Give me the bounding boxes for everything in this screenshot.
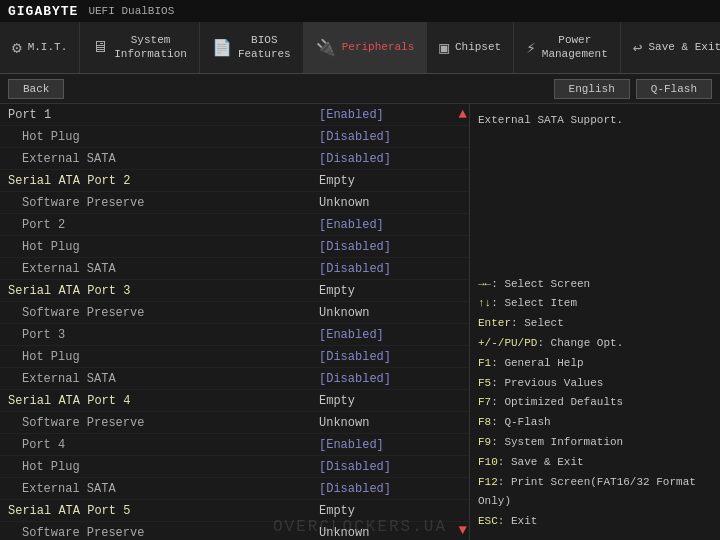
key-help-line: F10: Save & Exit — [478, 453, 712, 473]
save-label: Save & Exit — [648, 41, 720, 54]
nav-item-peripherals[interactable]: 🔌Peripherals — [304, 22, 428, 73]
row-value: Empty — [319, 284, 469, 298]
table-row[interactable]: Port 1[Enabled] — [0, 104, 469, 126]
key-help: →←: Select Screen↑↓: Select ItemEnter: S… — [478, 275, 712, 532]
table-row[interactable]: External SATA[Disabled] — [0, 478, 469, 500]
peripherals-label: Peripherals — [342, 41, 415, 54]
row-label: Software Preserve — [0, 526, 319, 540]
scroll-down-arrow[interactable]: ▼ — [459, 522, 467, 538]
peripherals-icon: 🔌 — [316, 38, 336, 58]
row-value: Unknown — [319, 526, 469, 540]
table-row[interactable]: Hot Plug[Disabled] — [0, 456, 469, 478]
row-value: [Disabled] — [319, 152, 469, 166]
row-value: [Enabled] — [319, 218, 469, 232]
table-row[interactable]: Port 4[Enabled] — [0, 434, 469, 456]
nav-item-save[interactable]: ↩Save & Exit — [621, 22, 720, 73]
row-value: [Disabled] — [319, 350, 469, 364]
navbar: ⚙M.I.T.🖥System Information📄BIOS Features… — [0, 22, 720, 74]
nav-item-power[interactable]: ⚡Power Management — [514, 22, 621, 73]
key-help-line: →←: Select Screen — [478, 275, 712, 295]
row-value: Empty — [319, 174, 469, 188]
row-value: Empty — [319, 394, 469, 408]
key-help-line: +/-/PU/PD: Change Opt. — [478, 334, 712, 354]
row-value: [Disabled] — [319, 460, 469, 474]
row-label: Software Preserve — [0, 416, 319, 430]
key-help-line: Enter: Select — [478, 314, 712, 334]
system-label: System Information — [114, 34, 187, 60]
settings-table: Port 1[Enabled]Hot Plug[Disabled]Externa… — [0, 104, 469, 540]
key-help-line: F7: Optimized Defaults — [478, 393, 712, 413]
main-content: Port 1[Enabled]Hot Plug[Disabled]Externa… — [0, 104, 720, 540]
table-row[interactable]: External SATA[Disabled] — [0, 148, 469, 170]
row-label: Hot Plug — [0, 350, 319, 364]
bios-icon: 📄 — [212, 38, 232, 58]
scroll-up-arrow[interactable]: ▲ — [459, 106, 467, 122]
mit-icon: ⚙ — [12, 38, 22, 58]
nav-item-bios[interactable]: 📄BIOS Features — [200, 22, 304, 73]
row-label: Software Preserve — [0, 196, 319, 210]
row-label: Serial ATA Port 3 — [0, 284, 319, 298]
row-value: [Disabled] — [319, 240, 469, 254]
row-value: [Disabled] — [319, 482, 469, 496]
bios-label: BIOS Features — [238, 34, 291, 60]
system-icon: 🖥 — [92, 38, 108, 57]
row-label: Port 4 — [0, 438, 319, 452]
table-row[interactable]: Software PreserveUnknown — [0, 412, 469, 434]
table-row[interactable]: Port 2[Enabled] — [0, 214, 469, 236]
table-row[interactable]: Software PreserveUnknown — [0, 192, 469, 214]
power-label: Power Management — [542, 34, 608, 60]
key-help-line: ESC: Exit — [478, 512, 712, 532]
table-row[interactable]: Serial ATA Port 3Empty — [0, 280, 469, 302]
row-label: Software Preserve — [0, 306, 319, 320]
english-button[interactable]: English — [554, 79, 630, 99]
row-value: Unknown — [319, 196, 469, 210]
brand-label: GIGABYTE — [8, 4, 78, 19]
qflash-button[interactable]: Q-Flash — [636, 79, 712, 99]
table-row[interactable]: Serial ATA Port 2Empty — [0, 170, 469, 192]
table-row[interactable]: Serial ATA Port 4Empty — [0, 390, 469, 412]
row-label: External SATA — [0, 372, 319, 386]
row-label: External SATA — [0, 482, 319, 496]
table-row[interactable]: Hot Plug[Disabled] — [0, 236, 469, 258]
nav-item-mit[interactable]: ⚙M.I.T. — [0, 22, 80, 73]
row-label: Port 2 — [0, 218, 319, 232]
row-label: Port 3 — [0, 328, 319, 342]
row-value: [Disabled] — [319, 262, 469, 276]
row-value: [Enabled] — [319, 108, 469, 122]
table-row[interactable]: Hot Plug[Disabled] — [0, 126, 469, 148]
nav-item-system[interactable]: 🖥System Information — [80, 22, 200, 73]
help-panel: External SATA Support. →←: Select Screen… — [470, 104, 720, 540]
table-row[interactable]: Software PreserveUnknown — [0, 302, 469, 324]
row-label: Hot Plug — [0, 240, 319, 254]
table-row[interactable]: Hot Plug[Disabled] — [0, 346, 469, 368]
table-row[interactable]: Serial ATA Port 5Empty — [0, 500, 469, 522]
row-label: Serial ATA Port 4 — [0, 394, 319, 408]
mit-label: M.I.T. — [28, 41, 68, 54]
settings-panel: Port 1[Enabled]Hot Plug[Disabled]Externa… — [0, 104, 470, 540]
row-label: External SATA — [0, 262, 319, 276]
row-value: [Disabled] — [319, 372, 469, 386]
power-icon: ⚡ — [526, 38, 536, 58]
back-button[interactable]: Back — [8, 79, 64, 99]
row-value: Unknown — [319, 416, 469, 430]
chipset-icon: ▣ — [439, 38, 449, 58]
table-row[interactable]: External SATA[Disabled] — [0, 368, 469, 390]
key-help-line: ↑↓: Select Item — [478, 294, 712, 314]
topbar: GIGABYTE UEFI DualBIOS — [0, 0, 720, 22]
table-row[interactable]: Port 3[Enabled] — [0, 324, 469, 346]
nav-item-chipset[interactable]: ▣Chipset — [427, 22, 514, 73]
row-label: Port 1 — [0, 108, 319, 122]
row-value: [Enabled] — [319, 328, 469, 342]
key-help-line: F12: Print Screen(FAT16/32 Format Only) — [478, 473, 712, 513]
row-value: [Disabled] — [319, 130, 469, 144]
key-help-line: F1: General Help — [478, 354, 712, 374]
dualbios-label: UEFI DualBIOS — [88, 5, 174, 17]
table-row[interactable]: Software PreserveUnknown — [0, 522, 469, 540]
toolbar: Back English Q-Flash — [0, 74, 720, 104]
row-label: Serial ATA Port 2 — [0, 174, 319, 188]
row-label: External SATA — [0, 152, 319, 166]
row-value: Empty — [319, 504, 469, 518]
key-help-line: F5: Previous Values — [478, 374, 712, 394]
row-label: Serial ATA Port 5 — [0, 504, 319, 518]
table-row[interactable]: External SATA[Disabled] — [0, 258, 469, 280]
